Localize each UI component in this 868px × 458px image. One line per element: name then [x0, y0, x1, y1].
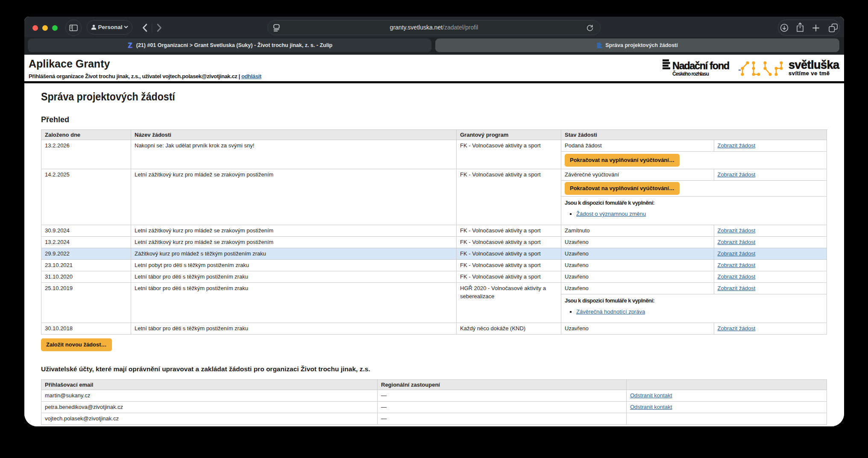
- svg-text:svítíme ve tmě: svítíme ve tmě: [789, 70, 830, 76]
- svg-text:Českého rozhlasu: Českého rozhlasu: [672, 70, 709, 77]
- svg-text:Z: Z: [128, 42, 132, 49]
- svg-text:světluška: světluška: [789, 59, 840, 71]
- svg-text:Nadační fond: Nadační fond: [672, 60, 730, 71]
